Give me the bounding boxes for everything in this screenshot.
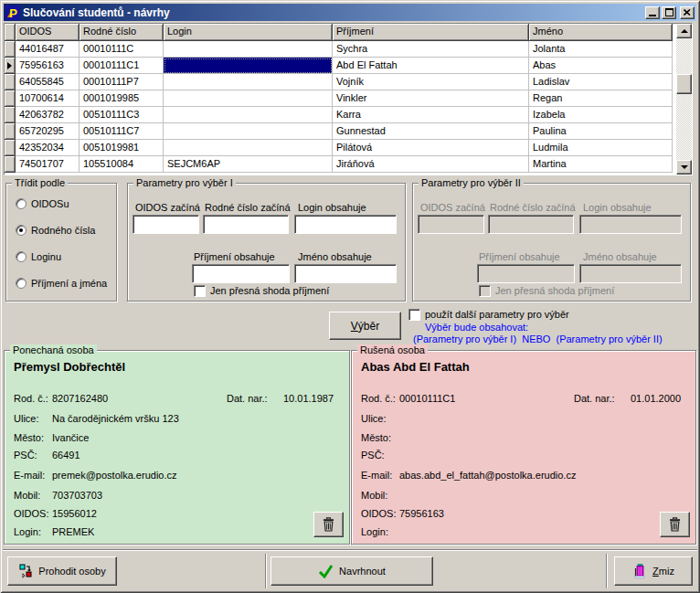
column-header-oidos[interactable]: OIDOS <box>16 24 80 41</box>
checkbox-icon <box>408 309 420 321</box>
maximize-button[interactable] <box>662 6 676 19</box>
cell-prijmeni: Abd El Fattah <box>333 58 529 74</box>
close-dialog-rest: miz <box>659 566 674 577</box>
check-icon <box>318 564 334 578</box>
removed-row-oidos: OIDOS:75956163 <box>361 508 690 521</box>
cell-oidos: 75956163 <box>16 58 80 74</box>
oidos-zacina-input[interactable] <box>133 215 199 234</box>
field-label: Rod. č.: <box>361 393 399 404</box>
removed-delete-button[interactable] <box>660 512 690 537</box>
table-row[interactable]: 65720295 00510111C7 Gunnestad Paulina <box>5 123 673 140</box>
scroll-down-button[interactable] <box>676 160 692 175</box>
field-label: Mobil: <box>14 490 52 501</box>
cell-oidos: 64055845 <box>16 74 80 90</box>
cell-prijmeni: Sychra <box>333 41 529 58</box>
login-obsahuje-input-disabled <box>579 215 682 234</box>
sort-option-oidosu[interactable]: OIDOSu <box>16 198 69 209</box>
close-button[interactable] <box>680 6 695 19</box>
row-indicator <box>5 74 16 90</box>
column-header-jmeno[interactable]: Jméno <box>529 24 673 41</box>
oidos-zacina-input-disabled <box>418 215 484 234</box>
kept-row-mobil: Mobil:703703703 <box>14 490 344 503</box>
label-rodne-cislo-zacina: Rodné číslo začíná <box>205 202 291 213</box>
column-header-login[interactable]: Login <box>164 24 333 41</box>
kept-row-email: E-mail:premek@postolka.erudio.cz <box>14 470 344 482</box>
maximize-icon <box>665 8 673 16</box>
scrollbar-thumb[interactable] <box>676 74 692 94</box>
grid-vertical-scrollbar[interactable] <box>676 24 692 175</box>
jmeno-obsahuje-input-disabled <box>579 264 682 283</box>
table-row[interactable]: 44016487 00010111C Sychra Jolanta <box>5 41 673 58</box>
minimize-icon <box>649 15 656 16</box>
login-obsahuje-input[interactable] <box>294 215 397 234</box>
table-row[interactable]: 10700614 0001019985 Vinkler Regan <box>5 90 673 107</box>
prijmeni-obsahuje-input[interactable] <box>192 264 290 283</box>
kept-person-name: Přemysl Dobřechtěl <box>14 360 125 374</box>
kept-delete-button[interactable] <box>313 512 344 537</box>
grid-header: OIDOS Rodné číslo Login Příjmení Jméno <box>5 24 673 41</box>
kept-row-psc: PSČ:66491 <box>14 450 344 462</box>
field-value: 66491 <box>52 450 80 461</box>
table-row[interactable]: 74501707 105510084 SEJCM6AP Jiráňová Mar… <box>5 156 673 173</box>
minimize-button[interactable] <box>645 6 660 19</box>
rodne-cislo-zacina-input-disabled <box>488 215 574 234</box>
sort-option-prijmeni-a-jmena[interactable]: Příjmení a jména <box>16 278 107 289</box>
table-row[interactable]: 42352034 0051019981 Pilátová Ludmila <box>5 140 673 156</box>
row-indicator <box>5 156 16 173</box>
kept-row-oidos: OIDOS:15956012 <box>14 508 344 521</box>
checkbox-label: Jen přesná shoda příjmení <box>495 285 614 296</box>
table-row[interactable]: 64055845 00010111P7 Vojník Ladislav <box>5 74 673 90</box>
table-row-active[interactable]: 75956163 00010111C1 Abd El Fattah Abas <box>5 58 673 74</box>
params1-title: Parametry pro výběr I <box>133 177 236 188</box>
field-value: 75956163 <box>399 508 444 519</box>
row-indicator <box>5 123 16 140</box>
swap-persons-button[interactable]: Prohodit osoby <box>7 556 117 586</box>
trash-icon <box>668 517 682 532</box>
row-indicator <box>5 107 16 123</box>
field-label: Ulice: <box>14 413 52 424</box>
vyber-button-accel: V <box>351 320 358 333</box>
cell-oidos: 65720295 <box>16 123 80 140</box>
prijmeni-obsahuje-input-disabled <box>477 264 575 283</box>
propose-button[interactable]: Navrhnout <box>270 556 433 586</box>
cell-prijmeni: Pilátová <box>333 140 529 156</box>
scroll-up-button[interactable] <box>676 24 692 38</box>
sort-option-rodneho-cisla[interactable]: Rodného čísla <box>16 225 95 236</box>
radio-label: Příjmení a jména <box>31 278 107 289</box>
jmeno-obsahuje-input[interactable] <box>294 264 397 283</box>
arrow-up-icon <box>681 29 688 33</box>
bottom-bar-separator <box>265 554 267 588</box>
removed-panel-title: Rušená osoba <box>357 344 428 355</box>
sort-option-loginu[interactable]: Loginu <box>16 251 61 262</box>
rodne-cislo-zacina-input[interactable] <box>203 215 289 234</box>
table-row[interactable]: 42063782 00510111C3 Karra Izabela <box>5 107 673 123</box>
checkbox-icon <box>194 285 206 297</box>
svg-text:P: P <box>9 6 17 20</box>
cell-login-selected[interactable] <box>164 58 333 74</box>
cell-prijmeni: Karra <box>333 107 529 123</box>
field-label: Login: <box>14 526 52 537</box>
use-extra-params-checkbox[interactable]: použít další parametry pro výběr <box>408 309 569 321</box>
exact-match-checkbox[interactable]: Jen přesná shoda příjmení <box>194 285 329 297</box>
active-row-arrow-icon <box>7 62 12 69</box>
column-header-rodne-cislo[interactable]: Rodné číslo <box>80 24 164 41</box>
label-jmeno-obsahuje: Jméno obsahuje <box>583 251 657 262</box>
checkbox-label: použít další parametry pro výběr <box>425 309 569 320</box>
label-login-obsahuje: Login obsahuje <box>583 202 652 213</box>
field-label: Dat. nar.: <box>227 393 280 404</box>
row-indicator <box>5 41 16 58</box>
selection-info-line1: Výběr bude obsahovat: <box>425 322 528 333</box>
sort-groupbox-title: Třídit podle <box>12 177 68 188</box>
column-header-prijmeni[interactable]: Příjmení <box>333 24 529 41</box>
row-indicator <box>5 90 16 107</box>
radio-label: Rodného čísla <box>31 225 95 236</box>
title-bar[interactable]: P Slučování studentů - návrhy <box>4 4 696 21</box>
close-dialog-button[interactable]: Zmiz <box>614 556 693 586</box>
vyber-button[interactable]: Výběr <box>329 312 401 340</box>
field-label: E-mail: <box>14 470 52 481</box>
cell-rodne-cislo: 00510111C3 <box>80 107 164 123</box>
field-label: Rod. č.: <box>14 393 52 404</box>
radio-icon <box>16 278 27 289</box>
app-icon[interactable]: P <box>5 5 20 20</box>
cell-jmeno: Paulina <box>529 123 673 140</box>
